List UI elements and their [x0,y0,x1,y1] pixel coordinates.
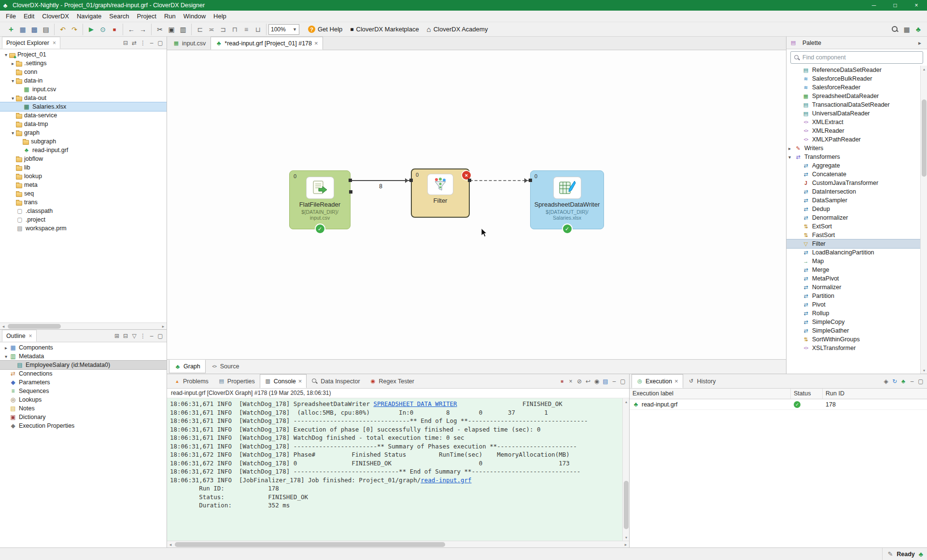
xmlxpathreader-palette-item[interactable]: XMLXPathReader [787,135,920,144]
notes-outline-item[interactable]: Notes [0,404,167,413]
project-menu[interactable]: Project [133,11,160,21]
tree-expand-arrow-icon[interactable] [3,354,9,359]
scroll-left-icon[interactable]: ◂ [0,323,7,330]
find-component-box[interactable] [790,51,923,64]
sequences-outline-item[interactable]: Sequences [0,387,167,395]
graph-canvas[interactable]: 0 FlatFileReader [167,50,786,359]
scroll-up-icon[interactable]: ▴ [921,66,927,72]
universaldatareader-palette-item[interactable]: UniversalDataReader [787,109,920,118]
stop-button[interactable] [109,24,120,35]
refresh-button[interactable] [890,377,899,386]
copy-button[interactable] [166,24,177,35]
loadbalancingpartition-palette-item[interactable]: LoadBalancingPartition [787,248,920,257]
datasampler-palette-item[interactable]: DataSampler [787,196,920,205]
transformers-palette-item[interactable]: Transformers [787,153,920,161]
scroll-right-icon[interactable]: ▸ [622,541,629,548]
outline-tab[interactable]: Outline × [2,330,37,342]
data-in-tree-item[interactable]: data-in [0,76,167,85]
read-input-grf-tree-item[interactable]: read-input.grf [0,146,167,154]
console-tab[interactable]: Console × [260,374,307,388]
expand-all-button[interactable] [112,332,121,340]
conn-tree-item[interactable]: conn [0,68,167,76]
concatenate-palette-item[interactable]: Concatenate [787,170,920,179]
help-menu[interactable]: Help [210,11,230,21]
jobflow-tree-item[interactable]: jobflow [0,154,167,163]
word-wrap-button[interactable] [584,377,592,386]
project-explorer-tab[interactable]: Project Explorer × [2,37,60,49]
palette-group-arrow-icon[interactable] [788,154,794,160]
maximize-button[interactable] [618,377,627,386]
open-console-button[interactable] [601,377,610,386]
close-tab-icon[interactable]: × [674,378,678,385]
data-out-tree-item[interactable]: data-out [0,94,167,102]
scrollbar-thumb[interactable] [624,481,629,529]
map-palette-item[interactable]: Map [787,257,920,266]
tree-expand-arrow-icon[interactable] [10,130,16,136]
minimize-button[interactable] [908,377,916,386]
run-menu[interactable]: Run [160,11,180,21]
scrollbar-thumb[interactable] [175,542,445,547]
pivot-palette-item[interactable]: Pivot [787,300,920,309]
tree-expand-arrow-icon[interactable] [3,52,9,57]
writers-palette-item[interactable]: Writers [787,144,920,153]
fastsort-palette-item[interactable]: FastSort [787,231,920,239]
find-component-input[interactable] [802,54,920,61]
align-left-button[interactable] [194,24,206,35]
parameters-outline-item[interactable]: Parameters [0,378,167,387]
forward-button[interactable] [137,24,149,35]
component-flatfilereader[interactable]: 0 FlatFileReader [289,170,351,229]
seq-tree-item[interactable]: seq [0,189,167,198]
salaries-xlsx-tree-item[interactable]: Salaries.xlsx [0,102,167,111]
components-outline-item[interactable]: Components [0,343,167,352]
normalizer-palette-item[interactable]: Normalizer [787,283,920,292]
tree-expand-arrow-icon[interactable] [3,345,9,350]
close-icon[interactable]: × [29,333,32,339]
customjavatransformer-palette-item[interactable]: CustomJavaTransformer [787,179,920,187]
column-status[interactable]: Status [791,389,823,399]
read-input-grf-execution-row[interactable]: read-input.grf ✓ 178 [630,399,927,410]
close-icon[interactable]: × [53,40,56,46]
console-log-link[interactable]: SPREADSHEET DATA WRITER [373,400,457,407]
data-tmp-tree-item[interactable]: data-tmp [0,120,167,128]
data-service-tree-item[interactable]: data-service [0,111,167,120]
meta-tree-item[interactable]: meta [0,181,167,189]
input-csv-editor-tab[interactable]: input.csv × [168,37,211,50]
save-all-button[interactable] [28,24,40,35]
properties-tab[interactable]: Properties × [213,374,260,388]
align-center-button[interactable] [206,24,217,35]
lib-tree-item[interactable]: lib [0,163,167,172]
merge-palette-item[interactable]: Merge [787,266,920,274]
partition-palette-item[interactable]: Partition [787,292,920,300]
execution-properties-outline-item[interactable]: Execution Properties [0,421,167,430]
edit-menu[interactable]: Edit [20,11,38,21]
salesforcebulkreader-palette-item[interactable]: SalesforceBulkReader [787,74,920,83]
lookup-tree-item[interactable]: lookup [0,172,167,181]
minimize-button[interactable] [147,39,156,47]
scroll-right-icon[interactable]: ▸ [160,323,167,330]
referencedatasetreader-palette-item[interactable]: ReferenceDataSetReader [787,66,920,74]
cloverdx-status-icon[interactable] [919,550,923,558]
dedup-palette-item[interactable]: Dedup [787,205,920,213]
tree-expand-arrow-icon[interactable] [10,78,16,84]
close-tab-icon[interactable]: × [314,40,318,47]
aggregate-palette-item[interactable]: Aggregate [787,161,920,170]
navigate-menu[interactable]: Navigate [73,11,105,21]
back-button[interactable] [126,24,137,35]
clear-button[interactable] [566,377,575,386]
minimize-button[interactable] [147,332,156,340]
scroll-down-icon[interactable]: ▾ [623,534,630,541]
redo-button[interactable] [69,24,80,35]
maximize-button[interactable] [156,332,165,340]
palette-vscrollbar[interactable]: ▴ ▾ [920,66,927,374]
workspace-prm-tree-item[interactable]: workspace.prm [0,224,167,233]
transactionaldatasetreader-palette-item[interactable]: TransactionalDataSetReader [787,100,920,109]
project-tree-item[interactable]: .project [0,215,167,224]
layout-button[interactable] [901,24,913,35]
cloverdx-menu[interactable]: CloverDX [38,11,73,21]
component-spreadsheetdatawriter[interactable]: 0 Spread [530,170,604,229]
clover-button[interactable] [913,24,924,35]
project-01-tree-item[interactable]: Project_01 [0,50,167,59]
search-menu[interactable]: Search [105,11,133,21]
link-editor-button[interactable] [130,39,139,47]
execution-tab[interactable]: Execution × [632,374,683,388]
